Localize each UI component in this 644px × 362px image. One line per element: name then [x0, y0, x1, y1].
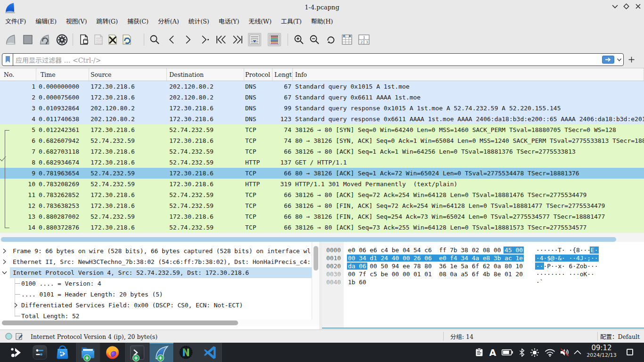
column-header-info[interactable]: Info [293, 68, 644, 81]
zoom-in-button[interactable] [292, 33, 305, 46]
display-filter-input[interactable] [13, 55, 602, 65]
details-hscrollbar-thumb[interactable] [2, 321, 238, 325]
detail-line-5[interactable]: Differentiated Services Field: 0x00 (DSC… [0, 300, 312, 311]
go-back-button[interactable] [165, 33, 179, 46]
capture-options-button[interactable] [55, 33, 68, 46]
packet-row-11[interactable]: 110.783262852172.30.218.652.74.232.59TCP… [0, 189, 644, 200]
packet-row-12[interactable]: 120.783638253172.30.218.652.74.232.59TCP… [0, 200, 644, 211]
details-vscrollbar-thumb[interactable] [314, 246, 318, 271]
filter-bookmark-icon[interactable] [2, 54, 13, 66]
hex-row-0000[interactable]: 0000e0 06 e6 c4 be 04 54 c6 ff 7b 38 02 … [322, 246, 644, 254]
menu-item-8[interactable]: 无线(W) [244, 14, 276, 28]
detail-line-1[interactable]: Ethernet II, Src: NewH3CTechno_7b:38:02 … [0, 256, 312, 267]
layout-chooser-button[interactable]: 123 [357, 33, 371, 46]
packet-row-4[interactable]: 40.011740638202.120.80.2172.30.218.6DNS1… [0, 114, 644, 124]
detail-line-6[interactable]: Total Length: 52 [0, 311, 312, 320]
expander-open-icon[interactable] [2, 270, 7, 275]
hex-row-0020[interactable]: 0020da 06 00 50 94 ee 78 80 36 1e 5a 6f … [322, 262, 644, 270]
column-header-no[interactable]: No. [0, 68, 36, 81]
vscode-icon[interactable] [198, 343, 222, 362]
detail-line-4[interactable]: .... 0101 = Header Length: 20 bytes (5) [0, 289, 312, 300]
go-last-button[interactable] [231, 33, 244, 46]
expert-info-icon[interactable] [5, 333, 12, 340]
packet-row-13[interactable]: 130.88028700252.74.232.59172.30.218.6TCP… [0, 211, 644, 222]
wifi-icon[interactable] [543, 343, 556, 362]
close-button[interactable] [632, 0, 644, 13]
bluetooth-icon[interactable] [517, 343, 527, 362]
menu-item-6[interactable]: 统计(S) [184, 14, 214, 28]
status-profile[interactable]: 配置：Default [600, 330, 640, 343]
resize-columns-button[interactable] [340, 33, 354, 46]
filter-apply-button[interactable] [602, 56, 614, 64]
go-forward-button[interactable] [181, 33, 194, 46]
hex-row-0010[interactable]: 001000 34 d1 24 40 00 26 06 e0 f4 34 4a … [322, 254, 644, 262]
packet-row-9[interactable]: 90.78196365452.74.232.59172.30.218.6TCP6… [0, 168, 644, 179]
filter-add-button[interactable] [627, 53, 636, 66]
menu-item-4[interactable]: 捕获(C) [123, 14, 153, 28]
packet-bytes-pane[interactable]: 0000e0 06 e6 c4 be 04 54 c6 ff 7b 38 02 … [322, 242, 644, 329]
go-to-packet-button[interactable] [198, 33, 211, 46]
go-first-button[interactable] [215, 33, 228, 46]
firefox-icon[interactable] [100, 343, 124, 362]
maximize-button[interactable] [620, 0, 632, 13]
packet-row-7[interactable]: 70.682703118172.30.218.652.74.232.59TCP6… [0, 146, 644, 157]
detail-line-3[interactable]: 0100 .... = Version: 4 [0, 278, 312, 289]
column-header-protocol[interactable]: Protocol [244, 68, 272, 81]
stop-capture-button[interactable] [21, 33, 34, 46]
column-header-source[interactable]: Source [89, 68, 167, 81]
app-store-icon[interactable] [51, 343, 74, 362]
detail-line-0[interactable]: Frame 9: 66 bytes on wire (528 bits), 66… [0, 246, 312, 256]
packet-list-hscrollbar-thumb[interactable] [1, 237, 616, 242]
packet-row-3[interactable]: 30.010932864202.120.80.2172.30.218.6DNS9… [0, 103, 644, 114]
packet-row-10[interactable]: 100.78320826952.74.232.59172.30.218.6HTT… [0, 179, 644, 189]
file-manager-icon[interactable] [76, 343, 100, 362]
terminal-icon[interactable] [125, 343, 149, 362]
column-header-destination[interactable]: Destination [167, 68, 244, 81]
packet-row-2[interactable]: 20.000075600172.30.218.6202.120.80.2DNS6… [0, 92, 644, 103]
clipboard-tray-icon[interactable] [473, 343, 485, 362]
details-hscrollbar[interactable] [0, 320, 319, 326]
expander-closed-icon[interactable] [2, 248, 7, 254]
battery-icon[interactable] [501, 343, 514, 362]
menu-item-0[interactable]: 文件(F) [0, 14, 31, 28]
show-desktop-button[interactable] [627, 349, 633, 355]
auto-scroll-toggle[interactable] [248, 33, 261, 46]
reload-file-button[interactable]: 010011 [120, 33, 133, 46]
capture-comment-icon[interactable] [16, 333, 23, 340]
volume-muted-icon[interactable] [558, 343, 570, 362]
zoom-out-button[interactable] [308, 33, 321, 46]
menu-item-1[interactable]: 编辑(E) [31, 14, 61, 28]
hex-row-0040[interactable]: 00401b 60·` [322, 278, 644, 286]
menu-item-3[interactable]: 跳转(G) [91, 14, 123, 28]
menu-item-7[interactable]: 电话(Y) [214, 14, 244, 28]
packet-row-1[interactable]: 10.000000000172.30.218.6202.120.80.2DNS6… [0, 81, 644, 92]
expander-closed-icon[interactable] [13, 303, 18, 308]
start-capture-button[interactable] [4, 33, 17, 46]
control-center-icon[interactable] [28, 343, 51, 362]
close-file-button[interactable]: 010011 [106, 33, 119, 46]
packet-row-6[interactable]: 60.68260794252.74.232.59172.30.218.6TCP7… [0, 135, 644, 146]
neovim-icon[interactable] [174, 343, 198, 362]
restart-capture-button[interactable] [38, 33, 51, 46]
detail-line-2[interactable]: Internet Protocol Version 4, Src: 52.74.… [0, 267, 312, 278]
save-file-button[interactable]: 010101100111 [92, 33, 105, 46]
filter-dropdown-chevron[interactable] [616, 56, 622, 64]
expander-closed-icon[interactable] [2, 259, 7, 264]
menu-item-9[interactable]: 工具(T) [276, 14, 306, 28]
launcher-icon[interactable] [5, 343, 27, 362]
packet-list-hscrollbar[interactable] [0, 233, 644, 242]
taskbar-clock[interactable]: 09:12 2024/12/13 [585, 343, 619, 362]
hex-row-0030[interactable]: 003000 7f c5 be 00 00 01 01 08 0a a5 6f … [322, 270, 644, 278]
input-method-icon[interactable]: A [487, 343, 498, 362]
packet-row-14[interactable]: 140.880372876172.30.218.652.74.232.59TCP… [0, 222, 644, 233]
minimize-button[interactable] [609, 0, 620, 13]
find-packet-button[interactable] [148, 33, 161, 46]
packet-row-8[interactable]: 80.682934674172.30.218.652.74.232.59HTTP… [0, 157, 644, 168]
tray-expand-chevron[interactable] [572, 343, 583, 362]
column-header-length[interactable]: Length [272, 68, 293, 81]
menu-item-10[interactable]: 帮助(H) [306, 14, 338, 28]
colorize-toggle[interactable] [268, 33, 281, 46]
zoom-reset-button[interactable] [324, 33, 337, 46]
packet-row-5[interactable]: 50.012242361172.30.218.652.74.232.59TCP7… [0, 124, 644, 135]
wireshark-taskbar-icon[interactable] [149, 343, 173, 362]
